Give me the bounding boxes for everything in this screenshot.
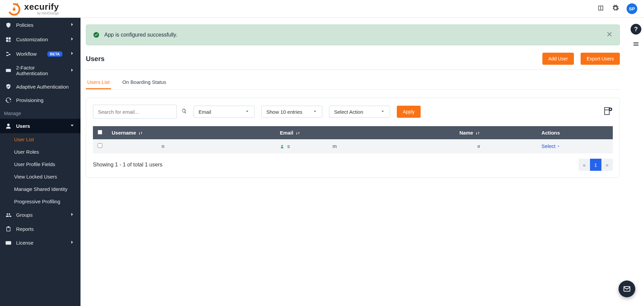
col-name[interactable]: Name <box>455 126 537 139</box>
caret-down-icon <box>557 145 560 148</box>
col-username[interactable]: Username <box>107 126 275 139</box>
sort-icon <box>296 131 300 136</box>
sidebar-item-label: Groups <box>16 212 33 218</box>
check-circle-icon <box>93 32 100 38</box>
chevron-right-icon <box>69 50 75 57</box>
sidebar-item-groups[interactable]: Groups <box>0 208 80 222</box>
rail-menu-icon[interactable] <box>633 41 639 49</box>
tab-users-list[interactable]: Users List <box>86 76 111 89</box>
search-icon[interactable] <box>181 108 187 115</box>
add-user-button[interactable]: Add User <box>542 53 574 65</box>
mail-icon <box>623 285 631 293</box>
chevron-right-icon <box>69 36 75 43</box>
sidebar-item-policies[interactable]: Policies <box>0 18 80 32</box>
tabs: Users List On Boarding Status <box>86 76 620 90</box>
docs-icon[interactable] <box>597 4 604 13</box>
row-checkbox[interactable] <box>98 143 102 148</box>
number-icon <box>5 67 11 73</box>
sidebar-item-label: Workflow <box>16 51 37 57</box>
users-submenu: User List User Roles User Profile Fields… <box>0 133 80 208</box>
sidebar-item-license[interactable]: License <box>0 236 80 250</box>
sidebar-item-label: Policies <box>16 22 34 28</box>
page-title: Users <box>86 55 105 63</box>
sidebar: Policies Customization Workflow BETA 2-F… <box>0 18 80 306</box>
svg-rect-2 <box>14 7 14 9</box>
sidebar-item-label: Provisioning <box>16 97 44 103</box>
sort-icon <box>475 131 480 136</box>
sync-icon <box>5 97 11 103</box>
pager-page[interactable]: 1 <box>590 159 601 171</box>
pager-prev[interactable]: « <box>579 159 590 171</box>
filter-field-select[interactable]: Email <box>194 106 255 118</box>
brand-logo[interactable]: xecurify by miniOrange <box>7 1 59 16</box>
sub-user-list[interactable]: User List <box>0 133 80 146</box>
sort-icon <box>138 131 143 136</box>
row-action-select[interactable]: Select <box>541 143 560 149</box>
select-all-checkbox[interactable] <box>98 130 102 135</box>
alert-close-icon[interactable] <box>606 31 613 39</box>
users-table: Username Email Name Actions <box>93 126 613 153</box>
add-column-icon[interactable] <box>603 106 613 117</box>
export-users-button[interactable]: Export Users <box>581 53 620 65</box>
select-value: Select Action <box>334 109 363 115</box>
sidebar-item-customization[interactable]: Customization <box>0 32 80 47</box>
shield-gear-icon <box>5 22 11 28</box>
sidebar-item-2fa[interactable]: 2-Factor Authentication <box>0 61 80 80</box>
brand-byline: by miniOrange <box>24 12 59 15</box>
sub-view-locked-users[interactable]: View Locked Users <box>0 170 80 183</box>
right-rail: ? <box>628 18 644 306</box>
logo-icon <box>7 1 21 16</box>
apply-button[interactable]: Apply <box>397 106 421 118</box>
toolbar: Email Show 10 entries Select Action Appl… <box>93 105 613 119</box>
grid-icon <box>5 37 11 43</box>
sidebar-item-label: Reports <box>16 226 34 232</box>
svg-rect-3 <box>6 69 11 72</box>
sidebar-item-label: Customization <box>16 37 48 42</box>
col-email[interactable]: Email <box>275 126 454 139</box>
entries-select[interactable]: Show 10 entries <box>261 106 322 118</box>
brand-name: xecurify <box>24 2 59 11</box>
sub-user-roles[interactable]: User Roles <box>0 146 80 158</box>
sub-progressive-profiling[interactable]: Progressive Profiling <box>0 195 80 208</box>
user-status-icon <box>280 144 284 149</box>
sidebar-item-adaptive-auth[interactable]: Adaptive Authentication <box>0 80 80 93</box>
sub-manage-shared-identity[interactable]: Manage Shared Identity <box>0 183 80 195</box>
select-value: Show 10 entries <box>266 109 303 115</box>
sidebar-item-label: Users <box>16 123 30 129</box>
sidebar-item-workflow[interactable]: Workflow BETA <box>0 47 80 61</box>
sidebar-item-provisioning[interactable]: Provisioning <box>0 93 80 107</box>
avatar[interactable]: SP <box>627 3 637 14</box>
cell-email: s████████████m <box>275 139 454 153</box>
topbar: xecurify by miniOrange SP <box>0 0 644 18</box>
users-panel: Email Show 10 entries Select Action Appl… <box>86 98 620 178</box>
cell-username: ██████████████n <box>107 139 275 153</box>
sidebar-item-label: Adaptive Authentication <box>16 84 69 90</box>
clipboard-icon <box>5 226 11 232</box>
chevron-right-icon <box>69 67 75 74</box>
pager-next[interactable]: » <box>601 159 613 171</box>
chevron-down-icon <box>313 109 317 115</box>
pagination: « 1 » <box>579 159 613 171</box>
alert-message: App is configured successfully. <box>104 32 177 38</box>
sidebar-item-users[interactable]: Users <box>0 119 80 133</box>
flow-icon <box>5 51 11 57</box>
tab-onboarding-status[interactable]: On Boarding Status <box>121 76 168 89</box>
groups-icon <box>5 212 11 218</box>
shield-icon <box>5 84 11 90</box>
chevron-right-icon <box>69 239 75 246</box>
help-button[interactable]: ? <box>631 24 641 35</box>
gear-icon[interactable] <box>612 4 619 13</box>
main-content: App is configured successfully. Users Ad… <box>80 18 628 306</box>
svg-rect-4 <box>605 108 609 115</box>
table-summary: Showing 1 - 1 of total 1 users <box>93 162 162 168</box>
cell-name: █████ır <box>455 139 537 153</box>
sidebar-item-label: License <box>16 240 34 246</box>
contact-fab[interactable] <box>619 280 635 297</box>
select-value: Email <box>199 109 211 115</box>
search-input[interactable] <box>93 105 177 119</box>
sub-user-profile-fields[interactable]: User Profile Fields <box>0 158 80 170</box>
chevron-down-icon <box>380 109 385 115</box>
sidebar-item-reports[interactable]: Reports <box>0 222 80 236</box>
beta-badge: BETA <box>47 51 62 57</box>
bulk-action-select[interactable]: Select Action <box>329 106 390 118</box>
